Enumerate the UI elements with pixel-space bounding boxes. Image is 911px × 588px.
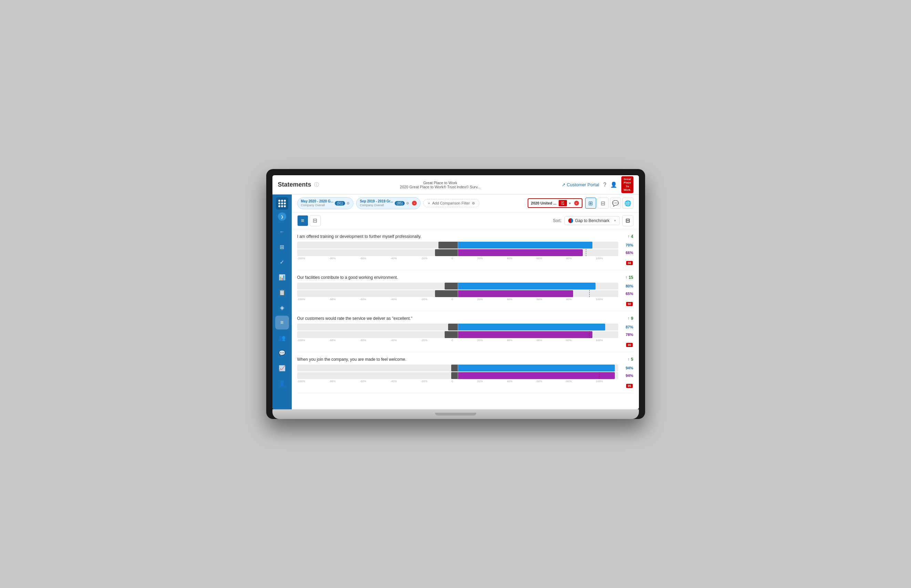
view-comment-btn[interactable]: 💬 [610, 198, 621, 208]
filter-bar-container: May 2020 - 2020 G... Company Overall (91… [292, 194, 639, 212]
sidebar-item-analytics[interactable]: 📈 [275, 361, 289, 375]
bar-neg-4a [451, 365, 458, 372]
sidebar: ❯ ← ⊞ ✓ 📊 📋 ◈ ≡ 👥 💬 📈 👤 [272, 194, 292, 409]
statement-2-header: Our facilities contribute to a good work… [297, 275, 633, 280]
customer-portal-btn[interactable]: ↗ Customer Portal [562, 182, 599, 187]
dropdown-chevron-icon: ▾ [614, 219, 616, 222]
app-title: Great Place to Work [319, 181, 562, 185]
bar-neg-2a [445, 283, 457, 289]
bar-bg-3b [297, 331, 618, 338]
bar-bg-2b [297, 290, 618, 297]
bar-row-4-purple [297, 372, 618, 379]
filter-bar: May 2020 - 2020 G... Company Overall (91… [297, 197, 633, 209]
sidebar-item-statements[interactable]: ≡ [275, 316, 289, 330]
view-list-btn[interactable]: ⊟ [597, 198, 608, 208]
statement-3-header: Our customers would rate the service we … [297, 316, 633, 321]
user-icon[interactable]: 👤 [610, 181, 617, 188]
bar-row-3-blue [297, 324, 618, 331]
bar-pos-4a [458, 365, 615, 372]
laptop-frame: Statements ⓘ Great Place to Work 2020 Gr… [266, 169, 645, 419]
sidebar-item-chart[interactable]: 📊 [275, 270, 289, 284]
benchmark-chip[interactable]: 2020 United ... GPTW ▾ × [528, 198, 583, 208]
axis-row-3: -100%-80%-60%-40%-20% 020%40%60%80%100% [297, 339, 618, 342]
sidebar-item-dashboard[interactable]: ⊞ [275, 240, 289, 254]
view-grid-btn[interactable]: ⊞ [585, 198, 596, 208]
filter-settings-icon: ⚙ [472, 201, 475, 205]
benchmark-dropdown-icon[interactable]: ▾ [569, 201, 571, 205]
laptop-base [272, 409, 639, 419]
sort-pie-icon [568, 218, 573, 223]
gap-arrow-up-icon-2: ↑ [625, 275, 627, 280]
bmark-ann-2: 90 [618, 298, 633, 306]
sidebar-expand-btn[interactable]: ❯ [278, 212, 286, 221]
main-content: May 2020 - 2020 G... Company Overall (91… [292, 194, 639, 409]
help-icon[interactable]: ? [604, 182, 607, 188]
statement-1-chart: -100%-80%-60%-40%-20% 020%40%60%80%100% … [297, 242, 633, 265]
right-ann-4: 94% 94% 95 [618, 365, 633, 388]
bar-pos-3a [458, 324, 605, 331]
bar-row-1-purple [297, 249, 618, 256]
sort-filter-btn[interactable]: ⊟ [622, 215, 633, 226]
bar-bg-1b [297, 249, 618, 256]
bar-neg-3a [448, 324, 458, 331]
statement-item-1: I am offered training or development to … [297, 229, 633, 270]
bar-row-1-blue [297, 242, 618, 249]
bar-pos-2b [458, 290, 573, 297]
statement-3-gap: ↑ 9 [628, 316, 633, 321]
logo-dots [278, 200, 286, 207]
sidebar-item-report[interactable]: 📋 [275, 285, 289, 299]
bar-bg-2a [297, 283, 618, 289]
bar-row-2-purple [297, 290, 618, 297]
filter2-settings-icon[interactable]: ⚙ [406, 201, 409, 205]
plus-icon: + [428, 201, 430, 205]
filter1-settings-icon[interactable]: ⚙ [346, 201, 350, 205]
statement-3-chart: -100%-80%-60%-40%-20% 020%40%60%80%100% … [297, 324, 633, 347]
sidebar-item-layers[interactable]: ◈ [275, 300, 289, 314]
statement-2-chart: -100%-80%-60%-40%-20% 020%40%60%80%100% … [297, 283, 633, 306]
gptw-logo: Great Place To Work. [621, 176, 633, 194]
bar-row-3-purple [297, 331, 618, 338]
view-controls: ⊞ ⊟ 💬 🌐 [585, 198, 633, 208]
statement-1-header: I am offered training or development to … [297, 234, 633, 239]
sidebar-item-back[interactable]: ← [275, 225, 289, 239]
header-left: Statements ⓘ [278, 181, 319, 188]
gap-arrow-up-icon: ↑ [628, 234, 629, 239]
bar-pos-2a [458, 283, 596, 289]
bar-neg-1a [439, 242, 458, 249]
axis-row-1: -100%-80%-60%-40%-20% 020%40%60%80%100% [297, 257, 618, 260]
toggle-bar-view[interactable]: ≡ [297, 215, 308, 226]
bar-neg-2b [435, 290, 457, 297]
sort-dropdown[interactable]: Gap to Benchmark ▾ [565, 216, 620, 225]
filter-chip-1: May 2020 - 2020 G... Company Overall (91… [297, 197, 353, 209]
benchmark-close-icon[interactable]: × [574, 201, 579, 205]
bar-pos-4b [458, 372, 615, 379]
app-layout: ❯ ← ⊞ ✓ 📊 📋 ◈ ≡ 👥 💬 📈 👤 [272, 194, 639, 409]
page-title: Statements [278, 181, 311, 188]
add-comparison-filter-btn[interactable]: + Add Comparison Filter ⚙ [423, 199, 479, 207]
sidebar-nav: ← ⊞ ✓ 📊 📋 ◈ ≡ 👥 💬 📈 👤 [272, 225, 292, 390]
toggle-list-view[interactable]: ⊟ [310, 215, 320, 226]
bar-bg-1a [297, 242, 618, 249]
sort-control: Sort: Gap to Benchmark ▾ ⊟ [553, 215, 633, 226]
benchmark-line-1 [586, 249, 586, 256]
sidebar-item-user[interactable]: 👤 [275, 376, 289, 390]
gap-arrow-up-icon-4: ↑ [628, 357, 629, 362]
sidebar-item-comment[interactable]: 💬 [275, 346, 289, 360]
bar-neg-1b [435, 249, 457, 256]
bar-neg-3b [445, 331, 457, 338]
bmark-ann-1: 86 [618, 257, 633, 265]
bar-pos-3b [458, 331, 592, 338]
statement-1-gap: ↑ 4 [628, 234, 633, 239]
statement-4-chart: -100%-80%-60%-40%-20% 020%40%60%80%100% … [297, 365, 633, 388]
filter2-close-icon[interactable]: × [412, 201, 417, 205]
statement-4-gap: ↑ 5 [628, 357, 633, 362]
sort-bar: ≡ ⊟ Sort: Gap to Benchmark ▾ ⊟ [292, 212, 639, 229]
statement-item-3: Our customers would rate the service we … [297, 311, 633, 352]
sidebar-item-check[interactable]: ✓ [275, 255, 289, 269]
axis-row-4: -100%-80%-60%-40%-20% 020%40%60%80%100% [297, 380, 618, 383]
info-icon: ⓘ [314, 182, 319, 188]
statement-2-gap: ↑ 15 [625, 275, 633, 280]
view-globe-btn[interactable]: 🌐 [622, 198, 633, 208]
statements-list: I am offered training or development to … [292, 229, 639, 409]
sidebar-item-people[interactable]: 👥 [275, 331, 289, 345]
